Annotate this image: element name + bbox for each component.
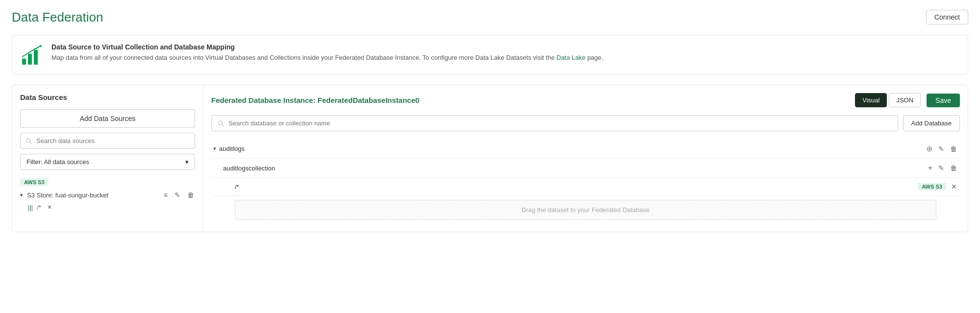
db-delete-icon[interactable]: 🗑 — [949, 143, 958, 154]
banner-icon — [20, 43, 44, 67]
view-toggle: Visual JSON — [855, 93, 921, 107]
path-label: /* — [235, 183, 918, 191]
search-icon — [25, 138, 32, 144]
left-panel-title: Data Sources — [20, 93, 195, 101]
data-source-store-row: ▾ S3 Store: fuat-sungur-bucket ≡ ✎ 🗑 — [20, 190, 195, 200]
svg-point-6 — [40, 45, 42, 47]
db-search-box — [211, 115, 898, 131]
collection-edit-icon[interactable]: ✎ — [937, 163, 945, 173]
json-toggle-button[interactable]: JSON — [889, 93, 921, 107]
add-data-sources-button[interactable]: Add Data Sources — [20, 109, 195, 128]
path-close-icon[interactable]: ✕ — [46, 203, 53, 212]
right-panel-title: Federated Database Instance: FederatedDa… — [211, 96, 419, 104]
collection-delete-icon[interactable]: 🗑 — [949, 163, 958, 173]
store-delete-icon[interactable]: 🗑 — [186, 190, 195, 200]
instance-name: FederatedDatabaseInstance0 — [318, 96, 420, 104]
svg-rect-3 — [22, 57, 26, 59]
db-edit-icon[interactable]: ✎ — [937, 143, 945, 154]
add-database-button[interactable]: Add Database — [903, 115, 960, 131]
collection-name: auditlogscollection — [223, 165, 927, 172]
path-value: /* — [37, 204, 41, 211]
svg-rect-1 — [28, 54, 32, 65]
data-lake-link[interactable]: Data Lake — [556, 54, 585, 61]
right-panel-header: Federated Database Instance: FederatedDa… — [211, 93, 960, 107]
database-name: auditlogs — [219, 145, 245, 152]
db-search-row: Add Database — [211, 115, 960, 131]
main-layout: Data Sources Add Data Sources Filter: Al… — [12, 85, 968, 232]
page-header: Data Federation Connect — [12, 10, 968, 25]
filter-label: Filter: All data sources — [26, 158, 89, 166]
store-edit-icon[interactable]: ✎ — [174, 190, 181, 200]
store-name: S3 Store: fuat-sungur-bucket — [27, 192, 108, 199]
database-label: ▾ auditlogs — [213, 145, 925, 152]
filter-dropdown[interactable]: Filter: All data sources ▾ — [20, 154, 195, 170]
caret-icon: ▾ — [20, 192, 23, 198]
right-panel: Federated Database Instance: FederatedDa… — [203, 85, 968, 232]
path-close-button[interactable]: ✕ — [950, 182, 958, 192]
search-data-sources-box — [20, 133, 195, 149]
path-source-badge: AWS S3 — [918, 183, 946, 191]
save-button[interactable]: Save — [927, 94, 960, 107]
svg-rect-2 — [34, 50, 38, 65]
svg-line-10 — [222, 124, 224, 126]
store-list-icon[interactable]: ≡ — [163, 190, 169, 200]
database-tree: ▾ auditlogs ⊕ ✎ 🗑 auditlogscollection + … — [211, 139, 960, 220]
search-data-sources-input[interactable] — [36, 137, 190, 144]
info-banner: Data Source to Virtual Collection and Da… — [12, 35, 968, 75]
collection-add-icon[interactable]: + — [927, 163, 933, 173]
banner-body: Map data from all of your connected data… — [51, 53, 603, 63]
page-container: Data Federation Connect Data Source to V… — [0, 0, 980, 242]
banner-title: Data Source to Virtual Collection and Da… — [51, 43, 603, 51]
page-title: Data Federation — [12, 10, 103, 25]
left-panel: Data Sources Add Data Sources Filter: Al… — [12, 85, 203, 232]
data-source-path-row: ||| /* ✕ — [20, 203, 195, 212]
path-bars-icon: ||| — [28, 204, 33, 211]
chevron-down-icon: ▾ — [185, 158, 189, 166]
store-actions: ≡ ✎ 🗑 — [163, 190, 195, 200]
drag-hint-area: Drag the dataset to your Federated Datab… — [235, 200, 936, 220]
data-source-aws-s3: AWS S3 ▾ S3 Store: fuat-sungur-bucket ≡ … — [20, 178, 195, 212]
database-actions: ⊕ ✎ 🗑 — [925, 143, 958, 154]
db-caret-icon: ▾ — [213, 145, 216, 152]
db-search-input[interactable] — [228, 120, 892, 127]
banner-description: Data Source to Virtual Collection and Da… — [51, 43, 603, 63]
collection-actions: + ✎ 🗑 — [927, 163, 958, 173]
database-row-auditlogs: ▾ auditlogs ⊕ ✎ 🗑 — [211, 139, 960, 159]
svg-line-8 — [30, 142, 32, 144]
db-add-icon[interactable]: ⊕ — [925, 143, 933, 154]
aws-s3-badge: AWS S3 — [20, 178, 49, 186]
collection-row-auditlogscollection: auditlogscollection + ✎ 🗑 — [211, 159, 960, 178]
drag-hint-text: Drag the dataset to your Federated Datab… — [522, 206, 650, 214]
db-search-icon — [218, 120, 225, 127]
connect-button[interactable]: Connect — [926, 10, 968, 24]
visual-toggle-button[interactable]: Visual — [855, 93, 887, 107]
path-row: /* AWS S3 ✕ — [211, 178, 960, 196]
svg-rect-0 — [22, 59, 26, 65]
